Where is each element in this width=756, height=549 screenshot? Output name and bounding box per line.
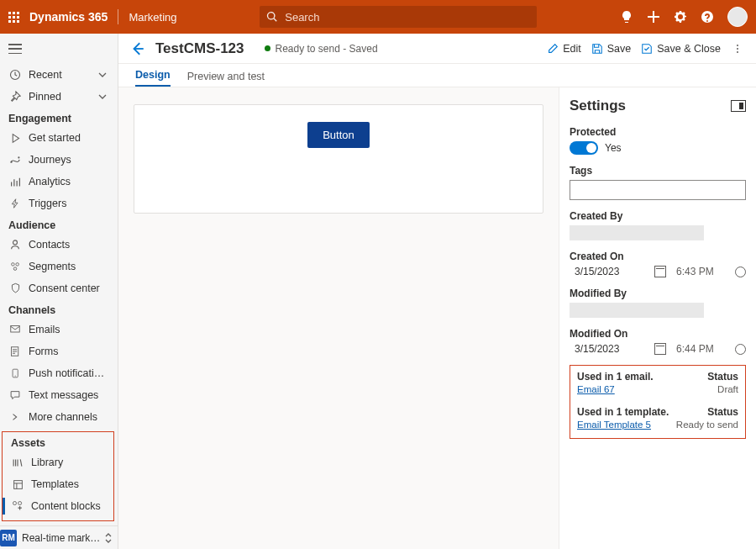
sidebar-item-library[interactable]: Library: [3, 451, 113, 473]
svg-point-6: [13, 267, 17, 271]
sidebar-section-channels: Channels: [0, 299, 116, 319]
svg-rect-7: [11, 326, 20, 333]
calendar-icon: [654, 343, 666, 355]
tabs: Design Preview and test: [118, 64, 756, 87]
sidebar-item-segments[interactable]: Segments: [0, 256, 116, 277]
more-commands-button[interactable]: [731, 42, 744, 55]
toggle-on-icon: [570, 141, 598, 155]
sidebar-item-emails[interactable]: Emails: [0, 319, 116, 340]
modified-by-label: Modified By: [570, 288, 746, 299]
area-badge: RM: [0, 530, 17, 546]
clock-icon: [735, 344, 746, 355]
shield-icon: [8, 282, 22, 295]
tags-label: Tags: [570, 165, 746, 177]
svg-point-12: [13, 501, 16, 504]
edit-button[interactable]: Edit: [547, 43, 581, 55]
svg-point-5: [16, 263, 19, 267]
sidebar-section-assets: Assets: [3, 432, 113, 451]
sidebar-item-pinned[interactable]: Pinned: [0, 86, 116, 108]
sidebar-item-text[interactable]: Text messages: [0, 384, 116, 406]
gear-icon[interactable]: [674, 10, 687, 24]
segments-icon: [8, 260, 22, 273]
design-canvas-wrap: Button: [118, 87, 559, 549]
content-block-button[interactable]: Button: [307, 122, 370, 148]
lightbulb-icon[interactable]: [620, 10, 633, 24]
sidebar-item-forms[interactable]: Forms: [0, 340, 116, 362]
status-dot-icon: [265, 45, 270, 51]
chevron-right-icon: [8, 410, 22, 424]
status-label: Status: [707, 371, 738, 383]
expand-pane-icon[interactable]: [731, 100, 746, 112]
modified-by-value: [570, 303, 704, 318]
chart-icon: [8, 175, 22, 188]
sidebar-item-contacts[interactable]: Contacts: [0, 234, 116, 256]
sidebar-item-triggers[interactable]: Triggers: [0, 193, 116, 214]
sidebar-item-more-channels[interactable]: More channels: [0, 406, 116, 428]
svg-point-4: [12, 263, 15, 267]
app-launcher-icon[interactable]: [8, 12, 19, 23]
sms-icon: [8, 388, 22, 402]
used-template-title: Used in 1 template.: [577, 406, 671, 418]
sidebar-label: Recent: [29, 69, 91, 81]
svg-point-10: [14, 376, 15, 377]
modified-on-label: Modified On: [570, 328, 746, 340]
sidebar-item-templates[interactable]: Templates: [3, 473, 113, 495]
settings-title: Settings: [570, 98, 746, 114]
record-title: TestCMS-123: [155, 40, 244, 57]
created-on-date-field[interactable]: 3/15/2023 6:43 PM: [570, 266, 746, 277]
used-template-link[interactable]: Email Template 5: [577, 420, 671, 430]
tab-preview[interactable]: Preview and test: [187, 71, 265, 87]
edit-icon: [547, 43, 559, 55]
back-button[interactable]: [130, 41, 145, 56]
svg-rect-11: [13, 480, 22, 488]
sidebar-collapse-icon[interactable]: [8, 44, 22, 54]
sidebar-item-content-blocks[interactable]: Content blocks: [3, 495, 113, 517]
person-icon: [8, 238, 22, 251]
modified-on-date-field[interactable]: 3/15/2023 6:44 PM: [570, 343, 746, 355]
sidebar-item-recent[interactable]: Recent: [0, 64, 116, 86]
global-search[interactable]: [260, 6, 537, 28]
tags-input[interactable]: [570, 180, 746, 200]
area-picker[interactable]: RM Real-time marketi...: [0, 525, 118, 549]
command-bar: TestCMS-123 Ready to send - Saved Edit S…: [118, 34, 756, 64]
created-on-label: Created On: [570, 251, 746, 262]
updown-icon: [104, 532, 113, 544]
divider: [118, 9, 118, 24]
sidebar: Recent Pinned Engagement Get started Jou…: [0, 34, 118, 549]
status-label: Status: [676, 406, 738, 418]
sidebar-item-push[interactable]: Push notifications: [0, 362, 116, 384]
help-icon[interactable]: [701, 10, 714, 24]
library-icon: [11, 456, 24, 469]
add-icon[interactable]: [647, 10, 660, 24]
sidebar-item-analytics[interactable]: Analytics: [0, 171, 116, 193]
svg-point-13: [18, 501, 22, 504]
protected-label: Protected: [570, 126, 746, 138]
clock-icon: [735, 267, 746, 277]
journey-icon: [8, 153, 22, 166]
svg-point-2: [18, 156, 19, 158]
search-input[interactable]: [283, 10, 530, 24]
settings-pane: Settings Protected Yes Tags Created By C…: [559, 87, 756, 549]
created-by-label: Created By: [570, 210, 746, 222]
template-icon: [11, 478, 24, 491]
sidebar-item-consent[interactable]: Consent center: [0, 277, 116, 299]
save-button[interactable]: Save: [591, 43, 632, 55]
calendar-icon: [654, 266, 666, 277]
tab-design[interactable]: Design: [135, 69, 171, 87]
play-icon: [8, 131, 22, 145]
product-name: Dynamics 365: [29, 10, 108, 24]
app-area: Marketing: [129, 11, 176, 24]
bolt-icon: [8, 197, 22, 210]
used-email-link[interactable]: Email 67: [577, 384, 702, 394]
clock-icon: [8, 68, 22, 82]
created-by-value: [570, 225, 704, 240]
area-name: Real-time marketi...: [22, 532, 104, 544]
sidebar-item-get-started[interactable]: Get started: [0, 127, 116, 149]
chevron-down-icon: [97, 70, 108, 80]
design-canvas[interactable]: Button: [134, 104, 543, 214]
user-avatar[interactable]: [727, 7, 748, 27]
save-close-button[interactable]: Save & Close: [641, 43, 721, 55]
save-close-icon: [641, 43, 653, 55]
protected-toggle[interactable]: Yes: [570, 141, 746, 155]
sidebar-item-journeys[interactable]: Journeys: [0, 149, 116, 171]
